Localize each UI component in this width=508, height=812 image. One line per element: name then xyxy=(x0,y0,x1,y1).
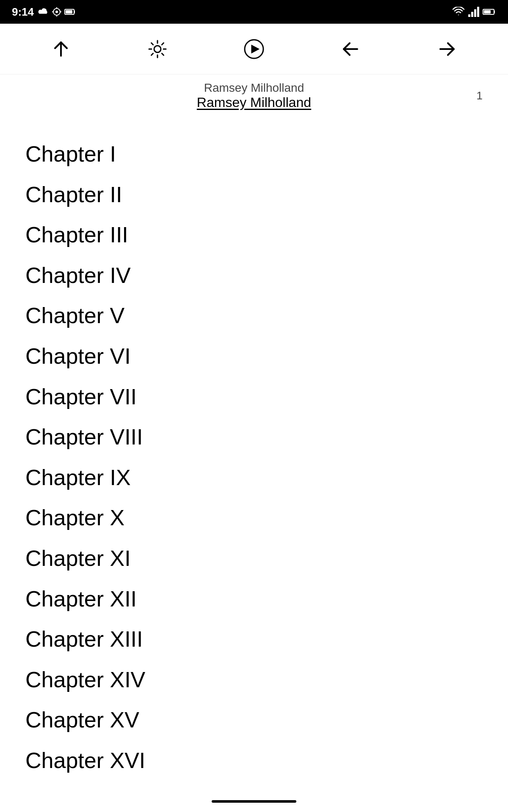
svg-rect-3 xyxy=(66,10,72,14)
toolbar xyxy=(0,24,508,74)
play-button[interactable] xyxy=(237,32,271,66)
wifi-icon xyxy=(452,7,465,17)
chapter-item[interactable]: Chapter XIV xyxy=(25,660,483,700)
status-bar-left: 9:14 xyxy=(12,5,76,19)
status-battery-icon xyxy=(483,8,496,16)
chapter-item[interactable]: Chapter II xyxy=(25,175,483,215)
chapter-item[interactable]: Chapter XVI xyxy=(25,741,483,781)
svg-point-0 xyxy=(55,11,58,13)
up-arrow-button[interactable] xyxy=(44,32,78,66)
chapter-item[interactable]: Chapter I xyxy=(25,134,483,175)
cloud-icon xyxy=(37,7,49,16)
chapter-item[interactable]: Chapter XV xyxy=(25,700,483,741)
forward-button[interactable] xyxy=(430,32,464,66)
svg-rect-9 xyxy=(484,10,491,14)
chapter-item[interactable]: Chapter XIII xyxy=(25,619,483,660)
settings-button[interactable] xyxy=(141,32,174,66)
book-title-underlined: Ramsey Milholland xyxy=(51,95,457,110)
chapter-item[interactable]: Chapter III xyxy=(25,215,483,255)
svg-rect-5 xyxy=(471,12,473,17)
svg-rect-6 xyxy=(474,9,476,17)
chapter-list: Chapter IChapter IIChapter IIIChapter IV… xyxy=(0,117,508,812)
status-bar: 9:14 xyxy=(0,0,508,24)
back-button[interactable] xyxy=(334,32,367,66)
bottom-bar xyxy=(0,791,508,812)
status-icons xyxy=(37,7,76,17)
status-bar-right xyxy=(452,7,496,17)
page-number: 1 xyxy=(457,89,483,102)
header-info: Ramsey Milholland Ramsey Milholland 1 xyxy=(0,74,508,117)
chapter-item[interactable]: Chapter V xyxy=(25,296,483,336)
chapter-item[interactable]: Chapter IX xyxy=(25,458,483,498)
svg-rect-4 xyxy=(468,14,470,17)
chapter-item[interactable]: Chapter XI xyxy=(25,538,483,579)
chapter-item[interactable]: Chapter VII xyxy=(25,377,483,417)
signal-icon xyxy=(468,7,479,17)
book-title-container: Ramsey Milholland Ramsey Milholland xyxy=(51,81,457,110)
chapter-item[interactable]: Chapter VI xyxy=(25,336,483,377)
chapter-item[interactable]: Chapter VIII xyxy=(25,417,483,458)
chapter-item[interactable]: Chapter IV xyxy=(25,255,483,296)
location-icon xyxy=(52,7,62,17)
status-time: 9:14 xyxy=(12,5,34,19)
home-indicator xyxy=(212,800,296,803)
svg-rect-7 xyxy=(477,7,479,17)
book-title-top: Ramsey Milholland xyxy=(51,81,457,95)
svg-marker-13 xyxy=(252,46,258,52)
chapter-item[interactable]: Chapter XII xyxy=(25,579,483,620)
svg-point-11 xyxy=(154,46,161,52)
chapter-item[interactable]: Chapter X xyxy=(25,498,483,538)
battery-icon xyxy=(64,8,76,16)
